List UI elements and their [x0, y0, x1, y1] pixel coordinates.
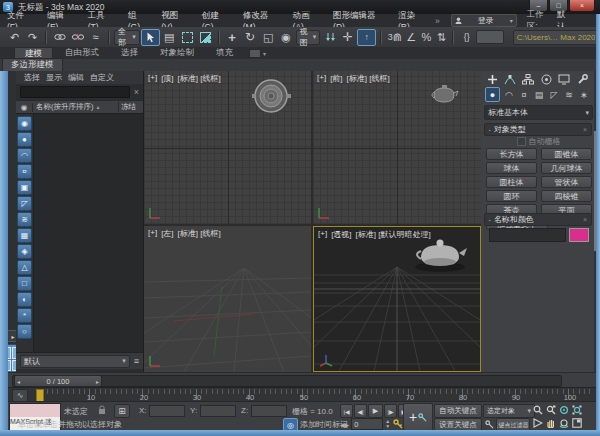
- frame-spinner[interactable]: ▲▼: [385, 419, 390, 429]
- spacewarps-category-icon[interactable]: ≋: [563, 89, 575, 101]
- display-frozen-icon[interactable]: *: [17, 308, 32, 323]
- rollout-pin-icon[interactable]: ×: [583, 216, 587, 223]
- lights-category-icon[interactable]: ¤: [518, 89, 530, 101]
- motion-tab-icon[interactable]: [539, 73, 553, 85]
- sphere-button[interactable]: 球体: [486, 162, 537, 174]
- use-pivot-center-icon[interactable]: [321, 29, 338, 45]
- field-of-view-icon[interactable]: [532, 417, 544, 429]
- cone-button[interactable]: 圆锥体: [541, 148, 592, 160]
- keyboard-override-icon[interactable]: ↑: [357, 29, 376, 46]
- named-selection-dropdown[interactable]: [476, 30, 503, 44]
- sort-hierarchy-icon[interactable]: ◉: [17, 116, 32, 131]
- project-path-dropdown[interactable]: C:\Users\… Max 2020▾: [513, 30, 600, 45]
- viewport-general-menu[interactable]: [+]: [317, 73, 326, 84]
- explorer-tab-display[interactable]: 显示: [46, 72, 62, 83]
- display-geometry-icon[interactable]: ●: [17, 132, 32, 147]
- angle-snap-icon[interactable]: ∠: [404, 29, 418, 45]
- ribbon-subtab-polygon-modeling[interactable]: 多边形建模: [2, 58, 63, 72]
- viewport-shading-menu[interactable]: [标准] [线框]: [178, 228, 221, 239]
- play-animation-button[interactable]: ▶: [368, 404, 383, 418]
- y-coordinate-field[interactable]: [200, 405, 236, 417]
- select-by-name-icon[interactable]: ▤: [161, 29, 178, 45]
- x-coordinate-field[interactable]: [149, 405, 185, 417]
- next-frame-arrow[interactable]: ▸: [96, 378, 99, 385]
- viewport-pov-menu[interactable]: [透视]: [331, 229, 351, 240]
- viewport-front[interactable]: [+] [前] [标准] [线框]: [313, 71, 481, 224]
- explorer-settings-icon[interactable]: ≡: [134, 356, 139, 366]
- shapes-category-icon[interactable]: ◠: [503, 89, 515, 101]
- viewport-shading-menu[interactable]: [标准] [线框]: [178, 73, 221, 84]
- clear-search-icon[interactable]: ×: [134, 87, 139, 97]
- link-icon[interactable]: [51, 29, 68, 45]
- object-name-field[interactable]: [489, 228, 566, 242]
- display-bones-icon[interactable]: △: [17, 260, 32, 275]
- login-dropdown[interactable]: 登录 ▾: [451, 14, 517, 27]
- menu-overflow-chevron[interactable]: »: [432, 16, 443, 26]
- rollout-pin-icon[interactable]: ×: [583, 126, 587, 133]
- explorer-column-header[interactable]: ◉ 名称(按升序排序) ▲ 冻结: [16, 100, 143, 114]
- zoom-all-icon[interactable]: [545, 404, 557, 416]
- display-lights-icon[interactable]: ¤: [17, 164, 32, 179]
- explorer-tab-customize[interactable]: 自定义: [90, 72, 114, 83]
- display-tab-icon[interactable]: [557, 73, 571, 85]
- viewport-general-menu[interactable]: [+]: [318, 229, 327, 240]
- unlink-icon[interactable]: [69, 29, 86, 45]
- object-color-swatch[interactable]: [569, 228, 589, 242]
- object-type-rollout[interactable]: ▪ 对象类型 ×: [484, 123, 592, 136]
- prev-frame-arrow[interactable]: ◂: [17, 378, 20, 385]
- bind-to-spacewarp-icon[interactable]: ≈: [87, 29, 104, 45]
- ribbon-display-toggle-icon[interactable]: ▾: [249, 49, 266, 58]
- hierarchy-tab-icon[interactable]: [521, 73, 535, 85]
- rect-selection-region-icon[interactable]: [179, 29, 196, 45]
- viewport-top[interactable]: [+] [顶] [标准] [线框]: [144, 71, 311, 224]
- go-to-start-button[interactable]: |◀: [340, 404, 353, 418]
- set-keys-big-button[interactable]: +: [403, 403, 433, 431]
- undo-icon[interactable]: ↶: [6, 29, 23, 45]
- viewport-shading-menu[interactable]: [标准] [默认明暗处理]: [356, 229, 431, 240]
- maximize-viewport-toggle-icon[interactable]: [571, 417, 583, 429]
- display-cameras-icon[interactable]: ▣: [17, 180, 32, 195]
- spinner-snap-icon[interactable]: ⇅: [434, 29, 448, 45]
- viewport-perspective-active[interactable]: [+] [透视] [标准] [默认明暗处理]: [313, 226, 481, 372]
- create-tab-icon[interactable]: [485, 73, 499, 85]
- helpers-category-icon[interactable]: ◸: [548, 89, 560, 101]
- next-frame-button[interactable]: |▶: [384, 404, 397, 418]
- display-shapes-icon[interactable]: ◠: [17, 148, 32, 163]
- cylinder-button[interactable]: 圆柱体: [486, 176, 537, 188]
- selection-filter-dropdown[interactable]: 全部▾: [114, 30, 140, 45]
- absolute-mode-icon[interactable]: ⊞: [114, 404, 130, 418]
- zoom-icon[interactable]: [532, 404, 544, 416]
- time-slider-grip[interactable]: ◂ 0 / 100 ▸: [14, 375, 102, 387]
- select-scale-icon[interactable]: ◱: [260, 29, 277, 45]
- current-frame-field[interactable]: 0: [351, 418, 383, 430]
- selection-set-dropdown[interactable]: 选定对象▾: [483, 404, 535, 418]
- cameras-category-icon[interactable]: ▤: [533, 89, 545, 101]
- display-hidden-icon[interactable]: ○: [17, 324, 32, 339]
- primitive-category-dropdown[interactable]: 标准基本体▾: [484, 105, 593, 120]
- ribbon-tab-populate[interactable]: 填充: [206, 47, 243, 59]
- display-materials-icon[interactable]: ◐: [17, 292, 32, 307]
- ref-coord-dropdown[interactable]: 视图▾: [296, 30, 321, 45]
- macro-recorder-pane[interactable]: [10, 404, 60, 417]
- explorer-search-input[interactable]: [20, 86, 130, 98]
- zoom-extents-all-icon[interactable]: [571, 404, 583, 416]
- previous-frame-button[interactable]: ◀|: [354, 404, 367, 418]
- ribbon-tab-freeform[interactable]: 自由形式: [55, 47, 109, 59]
- name-color-rollout[interactable]: ▪ 名称和颜色 ×: [484, 213, 592, 226]
- display-groups-icon[interactable]: ▦: [17, 228, 32, 243]
- name-column-header[interactable]: 名称(按升序排序): [36, 102, 94, 111]
- auto-key-button[interactable]: 自动关键点: [434, 404, 482, 418]
- frozen-column-header[interactable]: 冻结: [118, 102, 143, 112]
- display-spacewarps-icon[interactable]: ≋: [17, 212, 32, 227]
- ribbon-tab-object-paint[interactable]: 对象绘制: [150, 47, 204, 59]
- display-xrefs-icon[interactable]: ◈: [17, 244, 32, 259]
- modify-tab-icon[interactable]: [503, 73, 517, 85]
- viewport-left[interactable]: [+] [左] [标准] [线框]: [144, 226, 311, 372]
- explorer-object-list[interactable]: [34, 114, 143, 352]
- box-button[interactable]: 长方体: [486, 148, 537, 160]
- display-containers-icon[interactable]: □: [17, 276, 32, 291]
- select-move-icon[interactable]: +: [224, 29, 241, 45]
- frame-step-arrows[interactable]: ◀▶: [340, 421, 349, 428]
- autogrid-checkbox[interactable]: [517, 137, 526, 146]
- edit-named-sets-icon[interactable]: {}: [458, 29, 475, 45]
